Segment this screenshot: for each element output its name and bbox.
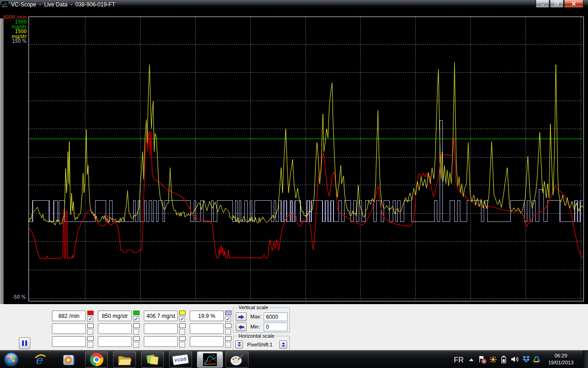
scale-shift-right-button[interactable]	[236, 312, 247, 321]
show-desktop-button[interactable]	[583, 351, 588, 368]
update-starburst-icon[interactable]	[489, 355, 498, 364]
measurement-value-box[interactable]	[52, 336, 86, 347]
channel-color-swatch	[133, 311, 140, 315]
max-label: Max:	[250, 314, 261, 319]
channel-visible-checkbox[interactable]	[87, 329, 93, 335]
channel-visible-checkbox[interactable]	[225, 342, 231, 348]
restore-icon	[554, 1, 560, 6]
measurement-slot: 19.9 %	[190, 311, 234, 323]
trace-engine-speed	[29, 131, 583, 258]
channel-visible-checkbox[interactable]	[225, 316, 231, 322]
measurement-slot	[98, 336, 142, 348]
measurement-value-box[interactable]: 406.7 mg/st	[144, 311, 178, 321]
channel-visible-checkbox[interactable]	[179, 342, 185, 348]
battery-icon[interactable]	[500, 355, 508, 364]
close-button[interactable]	[564, 0, 583, 8]
channel-color-swatch	[225, 336, 232, 341]
vcscope-icon	[203, 353, 217, 366]
pixelshift-up-button[interactable]	[279, 340, 287, 349]
measurement-value-box[interactable]: 850 mg/str	[98, 311, 132, 321]
language-indicator[interactable]: FR	[454, 356, 464, 364]
internet-explorer-icon[interactable]: e	[34, 353, 47, 366]
restore-button[interactable]	[550, 0, 564, 8]
volume-icon[interactable]	[510, 355, 520, 363]
pause-button[interactable]	[19, 337, 30, 349]
channel-color-swatch	[87, 311, 94, 315]
channel-scale-label-actual: 1500 mg/str	[0, 29, 27, 39]
min-input[interactable]	[264, 323, 288, 331]
horizontal-scale-label: Horizontal scale	[237, 333, 276, 339]
scope-client-area: 6000 /min 1500 mg/str 1500 mg/str 150 % …	[0, 9, 588, 304]
hidden-icons-arrow[interactable]	[469, 358, 474, 361]
taskbar-button-sticky-notes[interactable]	[141, 351, 164, 368]
measurement-slot: 850 mg/str	[98, 311, 142, 323]
channel-color-swatch	[87, 336, 94, 341]
measurement-slot	[190, 336, 234, 348]
channel-color-swatch	[225, 323, 232, 328]
google-drive-icon[interactable]	[532, 355, 541, 363]
channel-color-swatch	[179, 336, 186, 341]
horizontal-scale-group: Horizontal scale PixelShift:1	[233, 336, 290, 351]
channel-visible-checkbox[interactable]	[87, 316, 93, 322]
pixelshift-label: PixelShift:1	[247, 342, 272, 347]
start-button[interactable]	[4, 352, 19, 367]
measurement-value-box[interactable]	[52, 323, 86, 334]
control-panel: 882 /min 850 mg/str 406.7 mg/st 19.9 % V…	[0, 304, 588, 350]
pixelshift-down-button[interactable]	[235, 340, 243, 349]
minimize-button[interactable]	[536, 0, 549, 8]
tray-time: 06:29	[545, 352, 577, 359]
taskbar-button-chrome[interactable]	[85, 351, 108, 368]
measurement-value-box[interactable]	[190, 323, 224, 334]
trace-duty-cycle	[29, 120, 583, 221]
app-icon	[2, 1, 8, 8]
channel-visible-checkbox[interactable]	[133, 329, 139, 335]
channel-scale-label-min: -50 %	[0, 294, 26, 300]
taskbar-button-vcscope[interactable]	[197, 351, 223, 368]
channel-scale-labels: 6000 /min 1500 mg/str 1500 mg/str 150 %	[0, 15, 27, 44]
channel-visible-checkbox[interactable]	[87, 342, 93, 348]
media-player-icon[interactable]	[62, 353, 75, 367]
measurement-slot	[52, 323, 96, 335]
taskbar-button-vcds[interactable]: VCDS	[169, 351, 192, 368]
double-down-arrow-icon	[237, 342, 242, 347]
channel-scale-label-specified: 1500 mg/str	[0, 20, 27, 29]
channel-visible-checkbox[interactable]	[133, 316, 139, 322]
measurement-value-box[interactable]	[98, 336, 132, 347]
channel-color-swatch	[87, 323, 94, 328]
taskbar: e VCDS	[0, 350, 588, 368]
tray-clock[interactable]: 06:29 19/01/2013	[545, 352, 577, 366]
channel-visible-checkbox[interactable]	[179, 316, 185, 322]
channel-visible-checkbox[interactable]	[133, 342, 139, 348]
channel-color-swatch	[225, 311, 232, 315]
taskbar-button-explorer[interactable]	[113, 351, 136, 368]
measurement-value-box[interactable]	[144, 323, 178, 334]
channel-scale-label-duty: 150 %	[0, 39, 27, 44]
taskbar-button-paint[interactable]	[226, 351, 249, 368]
measurement-value-box[interactable]: 19.9 %	[190, 311, 224, 321]
window-controls	[536, 0, 583, 8]
channel-color-swatch	[133, 323, 140, 328]
action-center-flag-icon[interactable]	[478, 355, 487, 364]
measurement-value-box[interactable]	[98, 323, 132, 334]
measurement-value-box[interactable]	[144, 336, 178, 347]
title-bar[interactable]: VC-Scope - Live Data - 038-906-019-FT	[0, 0, 588, 9]
window-title: VC-Scope - Live Data - 038-906-019-FT	[11, 1, 115, 8]
min-label: Min:	[250, 324, 260, 329]
measurement-slot	[144, 336, 188, 348]
folder-icon	[117, 353, 132, 366]
scale-shift-left-button[interactable]	[236, 323, 247, 331]
measurement-slot: 882 /min	[52, 311, 96, 323]
measurement-value-box[interactable]	[190, 336, 224, 347]
vertical-scale-group: Vertical scale Max: Min:	[233, 307, 290, 333]
dropbox-icon[interactable]	[522, 355, 531, 363]
scope-plot	[28, 17, 584, 301]
scope-traces-svg	[29, 17, 583, 301]
measurement-value-box[interactable]: 882 /min	[52, 311, 86, 321]
channel-visible-checkbox[interactable]	[225, 329, 231, 335]
tray-date: 19/01/2013	[545, 359, 577, 366]
max-input[interactable]	[264, 312, 288, 321]
vcds-icon: VCDS	[172, 354, 189, 365]
sticky-notes-icon	[146, 353, 159, 366]
measurement-slot	[190, 323, 234, 335]
channel-visible-checkbox[interactable]	[179, 329, 185, 335]
